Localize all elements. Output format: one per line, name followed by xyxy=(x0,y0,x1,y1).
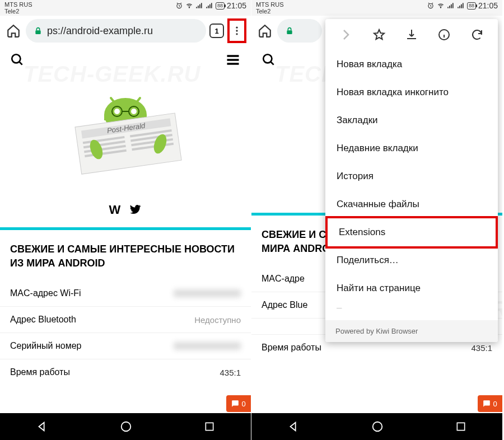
row-label: Серийный номер xyxy=(10,341,81,351)
svg-rect-45 xyxy=(463,3,464,8)
clock: 21:05 xyxy=(227,1,246,10)
status-indicators: 88 21:05 xyxy=(427,1,498,10)
signal-icon-1 xyxy=(195,2,203,10)
popup-icon-row xyxy=(325,19,498,50)
forward-icon[interactable] xyxy=(339,28,353,41)
svg-rect-9 xyxy=(211,3,212,8)
reload-icon[interactable] xyxy=(470,28,484,41)
chat-badge[interactable]: 0 xyxy=(226,395,251,412)
browser-menu-button[interactable] xyxy=(227,18,246,43)
svg-rect-8 xyxy=(209,4,211,8)
signal-icon-1 xyxy=(447,2,455,10)
svg-point-13 xyxy=(236,33,237,35)
list-row[interactable]: Время работы 435:1 xyxy=(0,359,251,385)
carrier-info: MTS RUS Tele2 xyxy=(4,1,32,15)
svg-point-49 xyxy=(373,422,382,432)
home-button[interactable] xyxy=(4,22,22,40)
svg-point-12 xyxy=(236,30,237,31)
android-newspaper-illustration: Post-Herald xyxy=(64,88,187,183)
row-value: 435:1 xyxy=(220,368,241,377)
recents-button[interactable] xyxy=(204,421,215,432)
chat-badge[interactable]: 0 xyxy=(478,395,502,412)
android-nav-bar xyxy=(251,413,502,440)
carrier-info: MTS RUS Tele2 xyxy=(256,1,284,15)
svg-rect-6 xyxy=(206,7,207,8)
download-icon[interactable] xyxy=(405,28,418,41)
svg-rect-46 xyxy=(287,30,292,34)
svg-point-18 xyxy=(131,109,137,114)
menu-item-extensions[interactable]: Extensions xyxy=(325,216,498,249)
twitter-icon[interactable] xyxy=(128,203,142,216)
row-label: Адрес Bluetooth xyxy=(10,315,76,325)
svg-rect-7 xyxy=(208,6,209,8)
row-label: MAC-адрес Wi-Fi xyxy=(10,288,81,298)
search-button[interactable] xyxy=(10,53,25,67)
menu-footer: Powered by Kiwi Browser xyxy=(325,320,498,342)
browser-toolbar: ps://android-example.ru 1 xyxy=(0,16,251,46)
chat-count: 0 xyxy=(241,400,245,408)
back-button[interactable] xyxy=(287,420,300,433)
url-text: ps://android-example.ru xyxy=(47,25,153,37)
browser-menu-popup: Новая вкладка Новая вкладка инкогнито За… xyxy=(325,19,498,342)
search-button[interactable] xyxy=(262,53,276,67)
menu-item-downloads[interactable]: Скачанные файлы xyxy=(325,190,498,218)
list-row[interactable]: Серийный номер xyxy=(0,333,251,359)
menu-item-share[interactable]: Поделиться… xyxy=(325,246,498,274)
battery-indicator: 88 xyxy=(216,2,225,10)
svg-point-34 xyxy=(122,422,131,432)
svg-rect-40 xyxy=(451,4,452,8)
android-nav-bar xyxy=(0,413,251,440)
row-value-blurred xyxy=(174,289,241,297)
svg-rect-44 xyxy=(461,4,462,8)
star-icon[interactable] xyxy=(372,28,386,41)
alarm-icon xyxy=(427,2,435,10)
site-menu-button[interactable] xyxy=(225,52,241,68)
svg-point-37 xyxy=(440,7,441,8)
home-nav-button[interactable] xyxy=(120,420,132,433)
clock: 21:05 xyxy=(478,1,498,10)
url-bar[interactable]: ps://android-example.ru xyxy=(26,19,206,43)
list-row[interactable]: Адрес Bluetooth Недоступно xyxy=(0,307,251,333)
recents-button[interactable] xyxy=(455,421,466,432)
row-label: Адрес Blue xyxy=(262,300,307,310)
row-value: Недоступно xyxy=(194,315,241,325)
vertical-dots-icon xyxy=(231,22,242,39)
phone-left: MTS RUS Tele2 88 21:05 ps://android-exam… xyxy=(0,0,251,440)
url-bar[interactable] xyxy=(277,19,322,43)
chat-count: 0 xyxy=(493,400,497,408)
svg-rect-42 xyxy=(458,7,459,8)
row-value: 435:1 xyxy=(471,343,492,353)
menu-item-history[interactable]: История xyxy=(325,162,498,190)
svg-rect-3 xyxy=(198,6,199,8)
row-label: Время работы xyxy=(262,343,321,353)
lock-icon xyxy=(34,26,43,35)
status-bar: MTS RUS Tele2 88 21:05 xyxy=(0,0,251,16)
menu-item-bookmarks[interactable]: Закладки xyxy=(325,106,498,134)
info-icon[interactable] xyxy=(437,28,451,41)
menu-item-new-incognito[interactable]: Новая вкладка инкогнито xyxy=(325,78,498,106)
menu-item-recent-tabs[interactable]: Недавние вкладки xyxy=(325,134,498,162)
list-row[interactable]: MAC-адрес Wi-Fi xyxy=(0,280,251,307)
svg-point-1 xyxy=(189,7,189,8)
menu-item-find[interactable]: Найти на странице xyxy=(325,274,498,302)
home-nav-button[interactable] xyxy=(371,420,384,433)
svg-rect-39 xyxy=(449,6,450,8)
tabs-button[interactable]: 1 xyxy=(209,24,224,38)
svg-rect-5 xyxy=(201,3,202,8)
lock-icon xyxy=(285,26,294,35)
status-bar: MTS RUS Tele2 88 21:05 xyxy=(251,0,502,16)
vk-icon[interactable]: W xyxy=(109,203,121,217)
home-button[interactable] xyxy=(256,22,274,40)
back-button[interactable] xyxy=(36,420,48,433)
row-label: Время работы xyxy=(10,367,70,377)
status-indicators: 88 21:05 xyxy=(175,1,246,10)
chat-icon xyxy=(231,400,239,408)
menu-item-new-tab[interactable]: Новая вкладка xyxy=(325,50,498,78)
signal-icon-2 xyxy=(457,2,465,10)
phone-right: MTS RUS Tele2 88 21:05 TECH-GEEK.RU СВЕЖ… xyxy=(251,0,503,440)
svg-rect-2 xyxy=(196,7,197,8)
svg-rect-41 xyxy=(452,3,454,8)
svg-rect-10 xyxy=(35,30,40,34)
svg-point-14 xyxy=(12,54,20,63)
alarm-icon xyxy=(175,2,183,10)
